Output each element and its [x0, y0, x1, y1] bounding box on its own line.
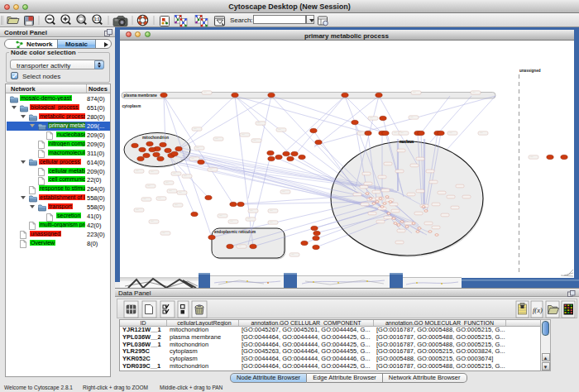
- svg-text:····: ····: [361, 186, 363, 189]
- svg-text:····: ····: [377, 221, 380, 223]
- svg-text:····: ····: [143, 198, 146, 201]
- svg-text:····: ····: [373, 191, 376, 194]
- svg-text:····: ····: [396, 170, 399, 173]
- svg-text:····: ····: [427, 170, 429, 173]
- svg-text:····: ····: [385, 163, 387, 165]
- svg-text:····: ····: [472, 91, 476, 94]
- svg-text:····: ····: [184, 174, 187, 178]
- svg-text:····: ····: [158, 197, 161, 200]
- svg-text:····: ····: [215, 137, 218, 141]
- svg-text:····: ····: [230, 220, 233, 223]
- svg-text:····: ····: [390, 203, 393, 206]
- svg-text:····: ····: [191, 157, 194, 160]
- svg-text:1:1: 1:1: [94, 17, 100, 22]
- svg-text:····: ····: [370, 117, 373, 120]
- svg-text:····: ····: [136, 208, 139, 212]
- svg-text:····: ····: [530, 155, 534, 159]
- svg-text:····: ····: [219, 214, 223, 218]
- svg-text:····: ····: [408, 194, 410, 196]
- svg-text:····: ····: [430, 181, 433, 184]
- svg-text:····: ····: [417, 158, 419, 160]
- svg-text:····: ····: [452, 207, 454, 209]
- svg-text:····: ····: [463, 196, 466, 198]
- svg-text:····: ····: [270, 209, 273, 213]
- svg-text:····: ····: [354, 194, 356, 196]
- svg-text:····: ····: [449, 131, 452, 135]
- svg-text:····: ····: [411, 165, 414, 167]
- svg-text:····: ····: [162, 232, 165, 235]
- svg-text:····: ····: [433, 203, 435, 206]
- svg-text:····: ····: [242, 133, 245, 136]
- svg-text:plasma membrane: plasma membrane: [123, 93, 157, 98]
- svg-text:····: ····: [442, 214, 444, 217]
- svg-text:····: ····: [417, 190, 419, 193]
- svg-text:····: ····: [278, 128, 281, 131]
- svg-text:····: ····: [253, 139, 256, 142]
- svg-text:····: ····: [398, 150, 400, 152]
- svg-text:····: ····: [457, 185, 459, 188]
- svg-text:····: ····: [203, 91, 207, 94]
- svg-text:····: ····: [379, 176, 381, 179]
- svg-text:····: ····: [361, 203, 364, 206]
- svg-text:····: ····: [194, 127, 197, 131]
- svg-text:····: ····: [169, 189, 172, 193]
- svg-text:····: ····: [196, 146, 199, 150]
- svg-text:····: ····: [136, 170, 139, 173]
- svg-text:····: ····: [480, 131, 483, 135]
- svg-text:unassigned: unassigned: [519, 69, 541, 73]
- svg-text:cytoplasm: cytoplasm: [122, 104, 141, 108]
- svg-text:····: ····: [365, 183, 367, 185]
- svg-text:····: ····: [396, 241, 399, 244]
- svg-text:····: ····: [179, 191, 182, 194]
- svg-text:····: ····: [247, 218, 251, 221]
- svg-text:····: ····: [359, 131, 362, 135]
- svg-text:····: ····: [413, 91, 416, 94]
- svg-text:····: ····: [151, 170, 154, 174]
- svg-text:····: ····: [415, 213, 418, 215]
- svg-text:····: ····: [291, 253, 294, 256]
- svg-text:····: ····: [379, 208, 381, 210]
- svg-text:····: ····: [405, 222, 408, 225]
- svg-text:····: ····: [250, 209, 253, 213]
- svg-text:····: ····: [410, 116, 414, 119]
- svg-text:····: ····: [438, 192, 441, 194]
- svg-text:····: ····: [433, 227, 435, 229]
- svg-text:····: ····: [173, 172, 176, 175]
- svg-text:····: ····: [369, 213, 371, 215]
- svg-text:····: ····: [147, 184, 151, 188]
- svg-text:····: ····: [282, 190, 285, 194]
- svg-text:f(x): f(x): [533, 306, 543, 314]
- svg-text:····: ····: [257, 122, 261, 125]
- svg-text:····: ····: [400, 131, 404, 135]
- svg-text:····: ····: [392, 210, 395, 213]
- svg-text:····: ····: [385, 217, 387, 219]
- svg-text:····: ····: [238, 245, 242, 248]
- svg-text:····: ····: [165, 181, 169, 184]
- svg-text:····: ····: [398, 230, 400, 232]
- svg-text:····: ····: [209, 168, 213, 171]
- svg-text:····: ····: [175, 203, 178, 207]
- svg-text:nucleus: nucleus: [400, 140, 414, 144]
- svg-text:····: ····: [394, 131, 397, 135]
- svg-text:····: ····: [425, 222, 428, 225]
- svg-text:····: ····: [382, 189, 385, 192]
- svg-text:····: ····: [447, 196, 450, 198]
- svg-text:····: ····: [270, 221, 273, 224]
- svg-text:····: ····: [151, 220, 154, 223]
- svg-text:····: ····: [363, 173, 366, 175]
